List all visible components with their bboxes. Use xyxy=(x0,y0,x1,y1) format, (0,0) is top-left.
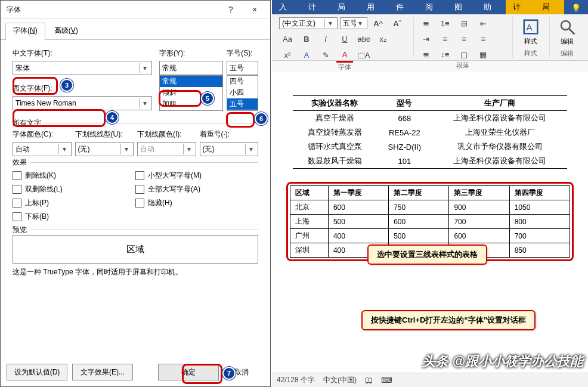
status-bar: 42/128 个字 中文(中国) 🕮 ⌨ xyxy=(272,373,588,387)
font-size-combo[interactable]: 五号▾ xyxy=(340,17,367,29)
ribbon-tab[interactable]: 帮助 xyxy=(476,0,506,14)
dialog-tabs: 字体(N) 高级(V) xyxy=(1,23,270,40)
default-button[interactable]: 设为默认值(D) xyxy=(7,364,67,380)
decrease-indent-icon[interactable]: ⇤ xyxy=(475,17,491,30)
watermark: 头条 @跟小小筱学办公技能 xyxy=(422,352,583,370)
shading-icon[interactable]: ▢ xyxy=(456,48,472,61)
char-border-icon[interactable]: ⬚A xyxy=(355,49,372,62)
callout-marker-6: 6 xyxy=(255,112,268,125)
status-lang[interactable]: 中文(中国) xyxy=(323,375,357,385)
en-font-combo[interactable]: Times New Roman ▾ xyxy=(13,96,152,110)
align-right-icon[interactable]: ≡ xyxy=(475,32,491,45)
status-icon[interactable]: ⌨ xyxy=(381,376,392,385)
size-listbox[interactable]: 四号 小四 五号 xyxy=(227,75,258,111)
group-name-edit: 编辑 xyxy=(561,49,574,58)
chevron-down-icon[interactable]: ▾ xyxy=(245,144,256,154)
editing-button[interactable]: 编辑 xyxy=(555,17,580,47)
size-option[interactable]: 四号 xyxy=(227,76,258,87)
superscript-icon[interactable]: x² xyxy=(279,49,296,62)
chevron-down-icon[interactable]: ▾ xyxy=(120,144,132,154)
style-input[interactable]: 常规 xyxy=(159,61,223,75)
svg-line-3 xyxy=(570,29,575,35)
chevron-down-icon[interactable]: ▾ xyxy=(139,63,150,73)
chk-strike[interactable]: 删除线(K) xyxy=(13,171,135,181)
cn-font-combo[interactable]: 宋体 ▾ xyxy=(13,61,152,75)
underline-color-combo: 自动▾ xyxy=(137,142,196,156)
chk-super[interactable]: 上标(P) xyxy=(13,198,135,208)
chevron-down-icon: ▾ xyxy=(183,144,194,154)
status-icon[interactable]: 🕮 xyxy=(365,376,373,385)
preview-hint: 这是一种 TrueType 字体，同时适用于屏幕和打印机。 xyxy=(13,267,258,277)
size-option[interactable]: 五号 xyxy=(227,98,258,110)
highlight-icon[interactable]: ✎ xyxy=(317,49,334,62)
change-case-icon[interactable]: Aa xyxy=(279,32,296,45)
bold-icon[interactable]: B xyxy=(298,32,315,45)
borders-icon[interactable]: ▦ xyxy=(475,48,491,61)
style-listbox[interactable]: 常规 倾斜 加粗 xyxy=(159,75,223,111)
styles-button[interactable]: A 样式 xyxy=(518,17,543,47)
text-effects-button[interactable]: 文字效果(E)... xyxy=(72,364,133,380)
style-option[interactable]: 常规 xyxy=(160,76,222,87)
en-font-value: Times New Roman xyxy=(16,99,76,107)
align-left-icon[interactable]: ≡ xyxy=(437,32,453,45)
group-effects: 效果 xyxy=(13,157,30,168)
ribbon-tab[interactable]: 设计 xyxy=(301,0,330,14)
chevron-down-icon[interactable]: ▾ xyxy=(58,144,70,154)
size-option[interactable]: 小四 xyxy=(227,87,258,98)
svg-text:A: A xyxy=(527,22,533,32)
chk-smallcaps[interactable]: 小型大写字母(M) xyxy=(135,171,258,181)
strike-icon[interactable]: abc xyxy=(355,32,372,45)
preview-box: 区域 xyxy=(13,235,258,264)
status-pages[interactable]: 42/128 个字 xyxy=(277,375,315,385)
justify-icon[interactable]: ≣ xyxy=(417,48,434,61)
ok-button[interactable]: 确定 xyxy=(158,364,219,380)
ribbon-tab[interactable]: 审阅 xyxy=(418,0,447,14)
callout-marker-7: 7 xyxy=(222,367,236,380)
ribbon-tab[interactable]: 插入 xyxy=(272,0,301,14)
subscript-icon[interactable]: x₂ xyxy=(375,32,391,45)
increase-indent-icon[interactable]: ⇥ xyxy=(417,32,434,45)
callout-1: 选中要设置三线表样式的表格 xyxy=(367,244,487,265)
ribbon-tab[interactable]: 引用 xyxy=(360,0,389,14)
font-name-combo[interactable]: (中文正文)▾ xyxy=(279,17,338,29)
bullets-icon[interactable]: ≣ xyxy=(417,17,434,30)
callout-marker-4: 4 xyxy=(106,111,119,124)
underline-icon[interactable]: U xyxy=(336,32,353,45)
callout-2: 按快捷键Ctrl+D打开左边的“字体”设置对话框 xyxy=(361,310,536,330)
label-style: 字形(Y): xyxy=(159,48,223,58)
close-button[interactable]: × xyxy=(243,1,267,18)
tell-me-icon[interactable]: 💡 xyxy=(564,2,588,14)
ribbon-tab[interactable]: 邮件 xyxy=(389,0,418,14)
numbering-icon[interactable]: 1≡ xyxy=(437,17,453,30)
size-input[interactable]: 五号 xyxy=(227,61,258,75)
chk-allcaps[interactable]: 全部大写字母(A) xyxy=(135,184,258,194)
multilevel-icon[interactable]: ⊟ xyxy=(456,17,472,30)
tab-font[interactable]: 字体(N) xyxy=(5,23,45,39)
italic-icon[interactable]: I xyxy=(317,32,334,45)
line-spacing-icon[interactable]: ↕≡ xyxy=(437,48,453,61)
text-effects-icon[interactable]: A xyxy=(298,49,315,62)
chevron-down-icon[interactable]: ▾ xyxy=(354,19,366,27)
chk-sub[interactable]: 下标(B) xyxy=(13,212,135,222)
emphasis-combo[interactable]: (无)▾ xyxy=(200,142,259,156)
color-combo[interactable]: 自动▾ xyxy=(13,142,72,156)
shrink-font-icon[interactable]: Aˇ xyxy=(389,17,406,30)
ribbon-tab[interactable]: 设计 xyxy=(506,0,535,14)
ribbon-tab[interactable]: 布局 xyxy=(535,0,564,14)
align-center-icon[interactable]: ≡ xyxy=(456,32,472,45)
chevron-down-icon[interactable]: ▾ xyxy=(139,98,150,109)
tab-advanced[interactable]: 高级(V) xyxy=(47,23,86,39)
label-cn-font: 中文字体(T): xyxy=(13,48,152,58)
dt-header: 第四季度 xyxy=(509,186,570,200)
underline-style-combo[interactable]: (无)▾ xyxy=(75,142,134,156)
group-name-font: 字体 xyxy=(338,63,351,72)
ribbon-tab[interactable]: 布局 xyxy=(330,0,360,14)
font-color-icon[interactable]: A xyxy=(336,48,353,63)
chevron-down-icon[interactable]: ▾ xyxy=(324,19,336,27)
three-line-table: 实验仪器名称 型号 生产厂商 真空干燥器668上海圣科仪器设备有限公司 真空旋转… xyxy=(293,95,567,169)
chk-hidden[interactable]: 隐藏(H) xyxy=(135,198,258,208)
chk-dstrike[interactable]: 双删除线(L) xyxy=(13,184,135,194)
grow-font-icon[interactable]: A^ xyxy=(370,17,386,30)
help-button[interactable]: ? xyxy=(219,1,243,18)
ribbon-tab[interactable]: 视图 xyxy=(447,0,476,14)
